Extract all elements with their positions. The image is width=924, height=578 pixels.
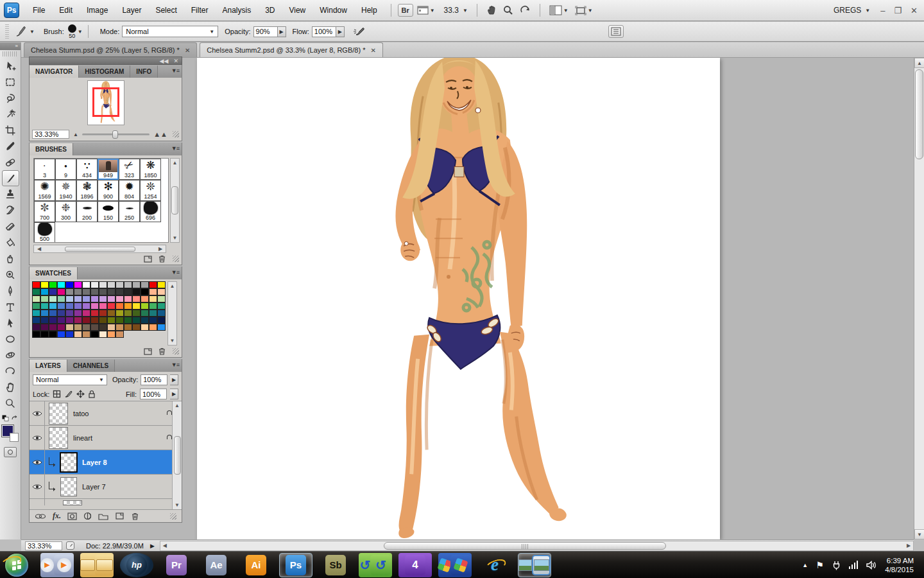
blend-mode-select[interactable]: Normal ▼ — [122, 26, 218, 37]
color-swatch[interactable] — [40, 317, 49, 324]
color-swatch[interactable] — [32, 331, 40, 338]
color-swatch[interactable] — [65, 288, 74, 295]
status-zoom-input[interactable]: 33.33% — [25, 541, 62, 550]
color-swatch[interactable] — [65, 331, 74, 338]
color-swatch[interactable] — [90, 302, 99, 310]
color-swatch[interactable] — [141, 310, 149, 317]
rectangular-marquee-tool[interactable] — [2, 74, 19, 90]
zoom-tool-icon[interactable] — [501, 5, 516, 15]
color-swatch[interactable] — [141, 281, 149, 288]
color-swatch[interactable] — [157, 324, 166, 331]
add-layer-mask-button[interactable] — [67, 512, 77, 520]
tab-histogram[interactable]: HISTOGRAM — [79, 66, 130, 78]
taskbar-item[interactable]: e — [478, 553, 511, 577]
color-swatch[interactable] — [99, 288, 107, 295]
scroll-down-icon[interactable]: ▼ — [173, 501, 182, 509]
taskbar-item[interactable]: Pr — [160, 553, 193, 577]
delete-layer-button[interactable] — [131, 512, 139, 521]
color-swatch[interactable] — [49, 317, 57, 324]
tab-channels[interactable]: CHANNELS — [67, 360, 116, 372]
color-swatch[interactable] — [116, 317, 124, 324]
layer-row[interactable]: Layer 8 — [30, 450, 172, 475]
color-swatch[interactable] — [57, 331, 65, 338]
3d-rotate-tool[interactable] — [2, 347, 19, 363]
tab-navigator[interactable]: NAVIGATOR — [30, 66, 79, 78]
magic-wand-tool[interactable] — [2, 106, 19, 122]
color-swatch[interactable] — [90, 317, 99, 324]
swatches-scrollbar[interactable]: ▲ ▼ — [167, 281, 177, 346]
color-swatch[interactable] — [157, 288, 166, 295]
color-swatch[interactable] — [65, 281, 74, 288]
scroll-down-icon[interactable]: ▼ — [914, 529, 924, 539]
color-swatch[interactable] — [74, 310, 82, 317]
close-button[interactable]: ✕ — [911, 6, 918, 15]
color-swatch[interactable] — [99, 281, 107, 288]
color-swatch[interactable] — [49, 288, 57, 295]
flow-input[interactable]: 100% — [312, 26, 336, 37]
color-swatch[interactable] — [32, 324, 40, 331]
taskbar-item[interactable]: Sb — [319, 553, 352, 577]
color-swatch[interactable] — [124, 302, 132, 310]
color-swatch[interactable] — [157, 295, 166, 302]
scroll-right-icon[interactable]: ▶ — [157, 245, 164, 253]
color-swatch[interactable] — [124, 324, 132, 331]
taskbar-item[interactable] — [359, 553, 392, 577]
color-swatch[interactable] — [107, 331, 116, 338]
layer-thumbnail[interactable] — [60, 453, 77, 472]
tray-clock[interactable]: 6:39 AM 4/8/2015 — [885, 556, 918, 574]
color-swatch[interactable] — [141, 317, 149, 324]
collapse-panels-icon[interactable]: ◀◀ — [160, 58, 169, 64]
brushes-vertical-scrollbar[interactable]: ▲ ▼ — [170, 158, 180, 243]
color-swatch[interactable] — [90, 295, 99, 302]
color-swatch[interactable] — [40, 302, 49, 310]
clone-stamp-tool[interactable] — [2, 186, 19, 202]
taskbar-item[interactable]: hp — [120, 553, 153, 577]
color-swatch[interactable] — [90, 310, 99, 317]
layer-row[interactable]: lineart — [30, 426, 172, 450]
brush-preset[interactable]: 1940 — [55, 180, 76, 201]
color-swatch[interactable] — [65, 317, 74, 324]
lock-position-icon[interactable] — [76, 390, 85, 398]
3d-orbit-tool[interactable] — [2, 363, 19, 379]
panel-menu-icon[interactable]: ▼≡ — [171, 145, 179, 152]
menu-item[interactable]: File — [26, 3, 52, 17]
color-swatch[interactable] — [107, 281, 116, 288]
color-swatch[interactable] — [107, 317, 116, 324]
layer-fill-slider-button[interactable]: ▶ — [170, 389, 178, 399]
color-swatch[interactable] — [149, 288, 157, 295]
color-swatch[interactable] — [82, 331, 90, 338]
color-swatch[interactable] — [132, 295, 141, 302]
arrange-documents-icon[interactable]: ▼ — [547, 5, 571, 15]
document-tab[interactable]: Chelsea Stumm.psd @ 25% (Layer 5, RGB/8)… — [24, 42, 197, 57]
color-swatch[interactable] — [40, 324, 49, 331]
color-swatch[interactable] — [149, 281, 157, 288]
layer-row[interactable] — [30, 499, 172, 505]
layer-blend-mode-select[interactable]: Normal ▼ — [33, 374, 107, 385]
show-hidden-icons[interactable]: ▲ — [802, 562, 808, 568]
layer-row[interactable]: Layer 7 — [30, 475, 172, 499]
volume-icon[interactable] — [866, 561, 877, 570]
menu-item[interactable]: Edit — [52, 3, 80, 17]
color-swatch[interactable] — [82, 324, 90, 331]
color-swatch[interactable] — [49, 310, 57, 317]
color-swatch[interactable] — [74, 317, 82, 324]
color-swatch[interactable] — [149, 317, 157, 324]
navigator-zoom-slider[interactable] — [82, 134, 150, 136]
scroll-thumb[interactable] — [171, 186, 178, 215]
color-swatch[interactable] — [132, 281, 141, 288]
resize-grip[interactable] — [173, 348, 179, 355]
color-swatch[interactable] — [90, 288, 99, 295]
color-swatch[interactable] — [74, 324, 82, 331]
color-swatch[interactable] — [141, 295, 149, 302]
layer-thumbnail[interactable] — [49, 403, 68, 425]
navigator-view-box[interactable] — [92, 87, 119, 117]
eyedropper-tool[interactable] — [2, 138, 19, 154]
tab-swatches[interactable]: SWATCHES — [30, 267, 78, 279]
taskbar-item[interactable]: 4 — [398, 553, 432, 577]
lock-all-icon[interactable] — [88, 390, 96, 398]
airbrush-toggle-icon[interactable] — [350, 26, 370, 37]
zoom-out-icon[interactable]: ▲ — [73, 132, 78, 137]
scroll-left-icon[interactable]: ◀ — [160, 541, 169, 550]
brush-preset[interactable]: 500 — [34, 222, 55, 243]
delete-swatch-button[interactable] — [158, 347, 166, 356]
